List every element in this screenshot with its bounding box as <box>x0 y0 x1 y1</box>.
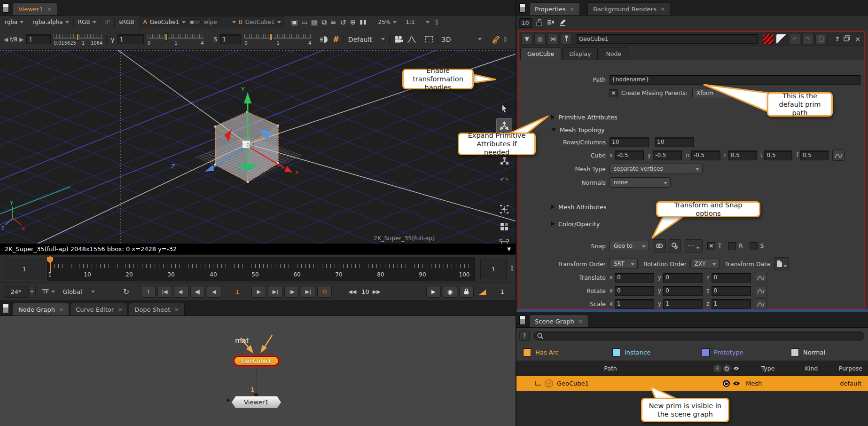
pause-icon[interactable]: ▮▮ <box>358 18 368 26</box>
nodegraph-canvas[interactable]: 1 mat GeoCube1 Viewer1 <box>0 316 516 426</box>
chevron-down-icon[interactable] <box>182 21 186 24</box>
tab-display[interactable]: Display <box>562 47 598 60</box>
range-mode-dropdown[interactable]: Global <box>61 287 96 296</box>
minimize-panel-icon[interactable]: ▼ <box>521 34 532 44</box>
wipe-mode-dropdown[interactable]: wipe <box>203 19 217 25</box>
animation-curve-icon[interactable] <box>755 298 767 309</box>
snap-options-dropdown[interactable]: ··· <box>685 239 703 252</box>
snap-rotate-checkbox[interactable] <box>728 242 736 250</box>
headlamp-icon[interactable] <box>318 35 331 44</box>
range-start-input[interactable]: 1 <box>4 259 45 279</box>
gamma-input[interactable] <box>117 34 144 44</box>
saturation-input[interactable] <box>220 34 241 44</box>
play-forward-button[interactable]: ▶ <box>251 286 266 298</box>
view-mode-dropdown[interactable]: 3D <box>440 35 484 44</box>
column-path[interactable]: Path <box>516 365 704 372</box>
column-kind[interactable]: Kind <box>794 365 829 372</box>
frame-ruler[interactable]: 1 10 20 30 40 50 60 70 80 90 100 1 <box>47 257 475 281</box>
camera-icon[interactable] <box>392 35 405 44</box>
next-frame-button[interactable]: ▶| <box>268 286 282 298</box>
refresh-icon[interactable]: ↺ <box>338 17 348 28</box>
record-button[interactable]: ◉ <box>443 286 457 298</box>
lock-panels-icon[interactable] <box>536 18 543 28</box>
tab-scene-graph[interactable]: Scene Graph× <box>529 315 588 327</box>
close-icon[interactable]: × <box>118 307 122 313</box>
flipbook-button[interactable]: ▶ <box>426 286 441 298</box>
tab-node[interactable]: Node <box>599 47 628 60</box>
cube-x-input[interactable] <box>615 150 644 160</box>
node-viewer1[interactable]: Viewer1 <box>232 396 281 408</box>
cube-r-input[interactable] <box>728 150 757 160</box>
close-icon[interactable]: × <box>579 318 583 324</box>
vertex-select-tool[interactable] <box>496 201 512 217</box>
step-forward-button[interactable]: ▶▶ <box>369 286 384 298</box>
tab-viewer1[interactable]: Viewer1 × <box>13 2 57 15</box>
cube-t-input[interactable] <box>764 150 792 160</box>
pane-layout-icon[interactable] <box>519 3 525 13</box>
grid-overlay-icon[interactable]: # <box>331 34 341 45</box>
skew-tool[interactable] <box>496 170 512 186</box>
normals-dropdown[interactable]: none <box>610 177 671 188</box>
clear-panels-icon[interactable] <box>547 19 555 27</box>
frame-selection-tool[interactable] <box>496 236 512 244</box>
info-dropdown-icon[interactable]: ▼ <box>507 246 511 252</box>
goto-start-button[interactable]: |◀ <box>157 286 172 298</box>
select-tool[interactable] <box>496 101 512 117</box>
snap-geo-icon[interactable] <box>653 239 666 252</box>
expander-icon[interactable] <box>551 205 555 209</box>
zebra-clipping-icon[interactable]: ▨ <box>309 17 320 27</box>
saturation-slider[interactable]: 0 1 4 <box>244 32 311 47</box>
tab-dope-sheet[interactable]: Dope Sheet× <box>129 303 184 316</box>
tab-curve-editor[interactable]: Curve Editor× <box>70 303 128 316</box>
channels-dropdown[interactable]: rgba <box>3 18 25 26</box>
redo-icon[interactable]: ↷ <box>802 34 813 44</box>
next-keyframe-button[interactable]: ·▶ <box>284 286 299 298</box>
mesh-topology-group[interactable]: Mesh Topology <box>522 124 860 135</box>
animation-curve-icon[interactable] <box>832 150 845 161</box>
node-name-input[interactable] <box>577 34 758 44</box>
create-missing-parents-checkbox[interactable]: ✕ <box>610 89 618 97</box>
activate-icon[interactable] <box>723 364 731 372</box>
rotation-order-dropdown[interactable]: ZXY <box>690 259 719 269</box>
close-icon[interactable]: × <box>174 307 179 313</box>
cube-y-input[interactable] <box>653 150 682 160</box>
frame-step-input[interactable]: 10 <box>361 288 369 295</box>
node-geocube1[interactable]: GeoCube1 <box>234 356 279 366</box>
ramp-display-icon[interactable] <box>476 286 490 298</box>
slider-knob[interactable] <box>76 33 79 40</box>
column-type[interactable]: Type <box>742 365 794 372</box>
node-color-swatch[interactable] <box>763 34 774 44</box>
translate-x-input[interactable] <box>615 273 654 283</box>
scale-x-input[interactable] <box>615 299 654 309</box>
rows-input[interactable] <box>610 137 649 147</box>
gamma-slider[interactable]: 0 1 4 <box>148 32 204 47</box>
close-icon[interactable]: × <box>570 6 574 12</box>
hide-input-icon[interactable]: ⋈ <box>547 34 559 44</box>
parent-type-dropdown[interactable]: Xform <box>692 88 733 98</box>
close-icon[interactable]: × <box>59 307 63 313</box>
marquee-select-icon[interactable] <box>423 35 435 43</box>
current-frame-display[interactable]: 1 <box>235 288 239 295</box>
close-icon[interactable]: × <box>47 6 51 12</box>
columns-input[interactable] <box>655 137 694 147</box>
column-purpose[interactable]: Purpose <box>829 365 868 372</box>
revert-icon[interactable] <box>815 34 827 44</box>
snap-mode-dropdown[interactable]: Geo to <box>610 241 649 251</box>
color-opacity-group[interactable]: Color/Opacity <box>522 218 860 229</box>
rotate-z-input[interactable] <box>712 286 751 296</box>
undo-icon[interactable]: ↶ <box>789 34 800 44</box>
fps-dropdown[interactable] <box>28 286 36 298</box>
rotate-x-input[interactable] <box>615 286 654 296</box>
scale-z-input[interactable] <box>712 299 751 309</box>
crop-to-format-icon[interactable]: ▭ <box>300 18 309 27</box>
transform-data-button[interactable] <box>774 257 789 270</box>
animation-curve-icon[interactable] <box>755 285 767 296</box>
center-node-icon[interactable]: ◎ <box>534 34 546 44</box>
load-state-icon[interactable] <box>713 364 721 372</box>
cube-f-input[interactable] <box>800 150 829 160</box>
timeline-mode-dropdown[interactable]: TF <box>40 287 57 296</box>
loop-mode-icon[interactable]: ↻. <box>123 287 131 296</box>
tab-background-renders[interactable]: Background Renders× <box>587 2 671 15</box>
pane-layout-icon[interactable] <box>519 316 525 325</box>
wrench-icon[interactable] <box>561 34 572 44</box>
